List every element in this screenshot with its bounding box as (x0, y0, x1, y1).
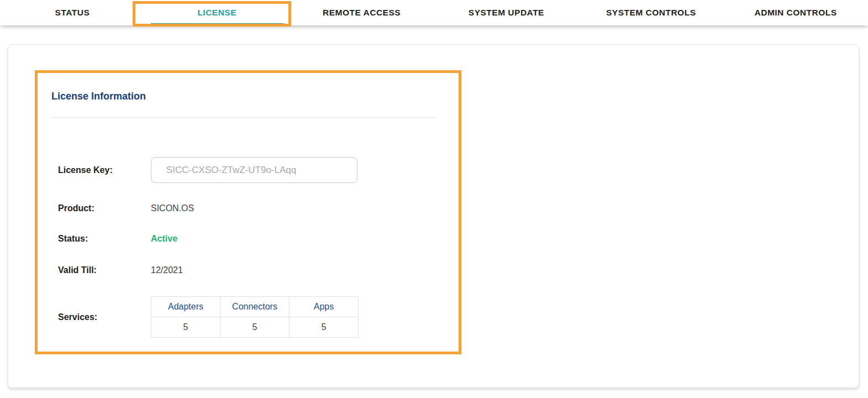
services-column-header-adapters: Adapters (151, 297, 220, 317)
license-key-label: License Key: (58, 165, 113, 175)
tab-license-label: LICENSE (197, 8, 236, 18)
status-badge: Active (151, 234, 177, 244)
services-value-apps: 5 (290, 317, 359, 338)
tab-status[interactable]: STATUS (0, 0, 145, 25)
active-tab-underline (151, 23, 283, 25)
product-value: SICON.OS (151, 203, 194, 213)
services-value-connectors: 5 (220, 317, 290, 338)
license-page: { "tab_bar": { "tabs": [ { "label": "STA… (0, 0, 868, 398)
valid-till-value: 12/2021 (151, 265, 183, 275)
tab-remote-access[interactable]: REMOTE ACCESS (290, 0, 434, 25)
valid-till-label: Valid Till: (58, 265, 97, 275)
section-title: License Information (51, 91, 146, 102)
content-card: License Information License Key: Product… (8, 44, 859, 388)
services-values-row: 5 5 5 (151, 317, 359, 338)
services-table: Adapters Connectors Apps 5 5 5 (151, 296, 359, 338)
services-label: Services: (58, 312, 97, 322)
services-value-adapters: 5 (151, 317, 220, 338)
tab-admin-controls[interactable]: ADMIN CONTROLS (723, 0, 868, 25)
tab-license[interactable]: LICENSE (145, 0, 290, 25)
tab-system-controls[interactable]: SYSTEM CONTROLS (578, 0, 723, 25)
product-label: Product: (58, 203, 94, 213)
tab-bar: STATUS LICENSE REMOTE ACCESS SYSTEM UPDA… (0, 0, 868, 25)
services-column-header-apps: Apps (290, 297, 359, 317)
services-header-row: Adapters Connectors Apps (151, 297, 359, 317)
license-key-input[interactable] (151, 157, 357, 183)
section-divider (51, 117, 436, 118)
tab-system-update[interactable]: SYSTEM UPDATE (434, 0, 578, 25)
status-label: Status: (58, 234, 88, 244)
services-column-header-connectors: Connectors (220, 297, 290, 317)
